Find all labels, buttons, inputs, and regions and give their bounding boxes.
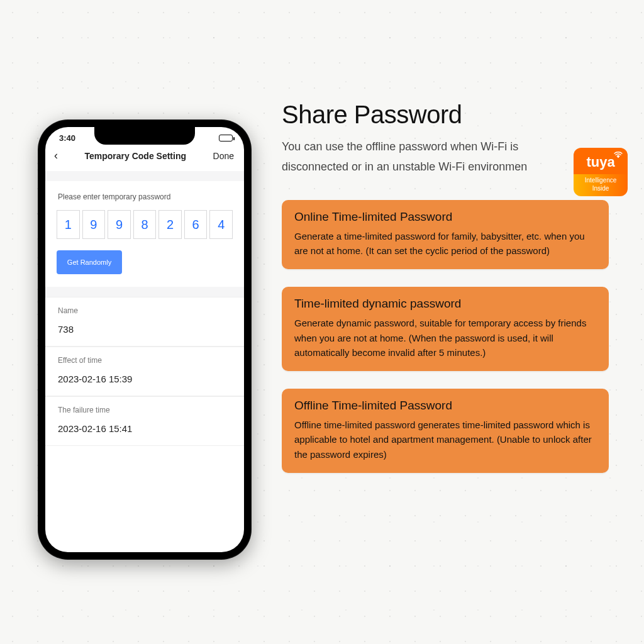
tuya-tagline: Intelligence Inside: [574, 174, 628, 196]
navbar: ‹ Temporary Code Setting Done: [45, 145, 244, 171]
code-digit[interactable]: 9: [82, 210, 106, 239]
code-input[interactable]: 1 9 9 8 2 6 4: [45, 210, 244, 250]
feature-card-title: Offline Time-limited Password: [294, 399, 596, 413]
code-digit[interactable]: 1: [57, 210, 80, 239]
tuya-brand: tuya: [586, 154, 614, 170]
code-digit[interactable]: 9: [108, 210, 131, 239]
code-digit[interactable]: 2: [158, 210, 182, 239]
prompt-label: Please enter temporary password: [45, 181, 244, 210]
sub-text: You can use the offline password when Wi…: [282, 136, 533, 177]
effect-time-field[interactable]: 2023-02-16 15:39: [45, 370, 244, 396]
status-time: 3:40: [59, 133, 75, 143]
phone-mockup: 3:40 ‹ Temporary Code Setting Done Pleas…: [38, 119, 252, 560]
wifi-icon: [614, 152, 623, 159]
phone-notch: [94, 127, 195, 145]
battery-icon: [219, 135, 233, 142]
feature-card: Online Time-limited Password Generate a …: [282, 200, 609, 270]
feature-card: Time-limited dynamic password Generate d…: [282, 287, 609, 371]
failure-time-field[interactable]: 2023-02-16 15:41: [45, 419, 244, 445]
back-icon[interactable]: ‹: [54, 149, 58, 162]
name-label: Name: [45, 297, 244, 320]
tuya-badge: tuya Intelligence Inside: [574, 148, 628, 196]
feature-card-body: Generate a time-limited password for fam…: [294, 229, 596, 258]
feature-card-title: Time-limited dynamic password: [294, 297, 596, 311]
done-button[interactable]: Done: [213, 151, 234, 161]
code-digit[interactable]: 6: [184, 210, 208, 239]
code-digit[interactable]: 4: [209, 210, 233, 239]
code-digit[interactable]: 8: [133, 210, 157, 239]
failure-time-label: The failure time: [45, 397, 244, 419]
phone-screen: 3:40 ‹ Temporary Code Setting Done Pleas…: [45, 127, 244, 552]
effect-time-label: Effect of time: [45, 347, 244, 370]
page-title: Temporary Code Setting: [84, 151, 186, 161]
feature-card-body: Generate dynamic password, suitable for …: [294, 316, 596, 360]
get-randomly-button[interactable]: Get Randomly: [57, 250, 122, 274]
feature-card-title: Online Time-limited Password: [294, 210, 596, 224]
feature-card: Offline Time-limited Password Offline ti…: [282, 389, 609, 473]
name-field[interactable]: 738: [45, 320, 244, 346]
headline: Share Password: [282, 101, 621, 129]
feature-card-body: Offline time-limited password generates …: [294, 418, 596, 462]
